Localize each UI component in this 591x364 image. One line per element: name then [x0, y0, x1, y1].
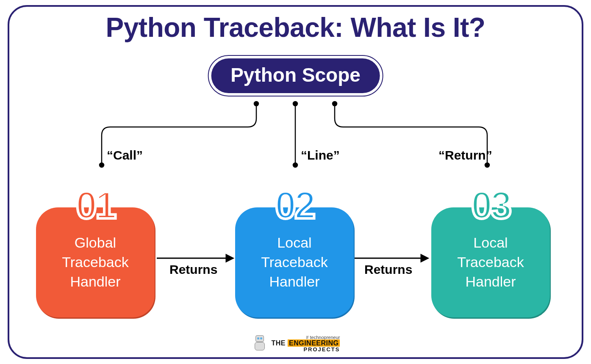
arrow-label-1: Returns [169, 262, 217, 277]
page-title: Python Traceback: What Is It? [0, 12, 591, 43]
brand-pre: THE [272, 339, 288, 347]
footer-brand-line2: PROJECTS [272, 347, 340, 352]
node-global-handler: Global Traceback Handler 01 [36, 190, 155, 313]
central-pill-wrap: Python Scope [208, 55, 383, 97]
node-number-1: 01 [76, 186, 115, 224]
node-label-3: Local Traceback Handler [457, 233, 524, 292]
brand-mid: ENGINEERING [288, 339, 340, 347]
branch-quote-3: “Return” [438, 148, 492, 163]
footer-attribution: # technopreneur THE ENGINEERING PROJECTS [251, 334, 340, 354]
central-pill: Python Scope [211, 58, 380, 93]
node-label-2: Local Traceback Handler [261, 233, 327, 292]
robot-icon [251, 334, 268, 354]
arrow-label-2: Returns [364, 262, 412, 277]
branch-quote-1: “Call” [107, 148, 143, 163]
footer-brand-line1: THE ENGINEERING [272, 340, 340, 347]
node-local-handler-2: Local Traceback Handler 03 [431, 190, 550, 313]
node-number-3: 03 [471, 186, 510, 224]
branch-quote-2: “Line” [301, 148, 340, 163]
node-label-1: Global Traceback Handler [62, 233, 128, 292]
footer-text: # technopreneur THE ENGINEERING PROJECTS [272, 335, 340, 352]
node-number-2: 02 [275, 186, 314, 224]
node-local-handler-1: Local Traceback Handler 02 [235, 190, 354, 313]
